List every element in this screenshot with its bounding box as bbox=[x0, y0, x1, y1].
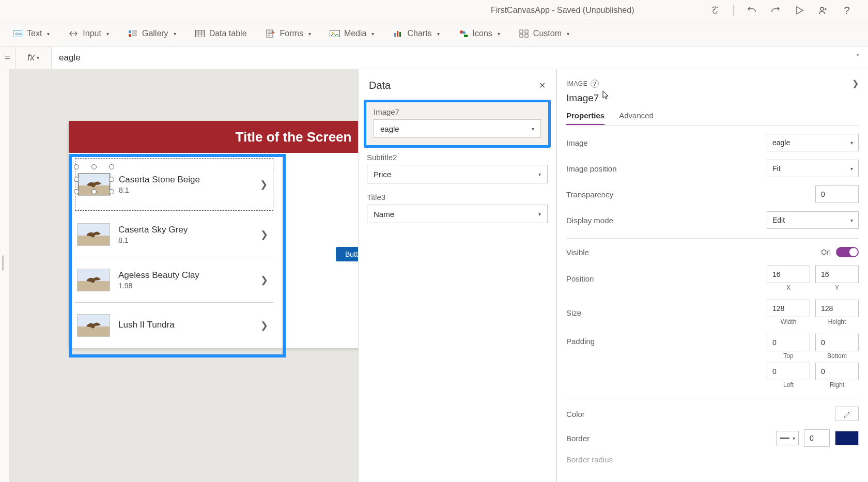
ribbon-icons-label: Icons bbox=[473, 29, 492, 38]
visible-toggle[interactable] bbox=[836, 247, 859, 257]
ribbon-gallery[interactable]: Gallery▾ bbox=[128, 28, 176, 39]
share-icon[interactable] bbox=[817, 5, 829, 16]
svg-rect-9 bbox=[132, 35, 137, 36]
prop-pad-top-input[interactable] bbox=[767, 334, 810, 351]
ribbon-charts[interactable]: Charts▾ bbox=[393, 28, 439, 39]
x-sublabel: X bbox=[786, 284, 791, 291]
svg-rect-5 bbox=[129, 30, 131, 33]
eagle-image bbox=[85, 274, 102, 286]
undo-icon[interactable] bbox=[746, 5, 757, 16]
prop-display-select[interactable]: Edit▾ bbox=[767, 211, 859, 229]
ribbon-forms[interactable]: Forms▾ bbox=[266, 28, 311, 39]
input-icon bbox=[68, 28, 79, 39]
data-field-select[interactable]: Name▾ bbox=[367, 205, 548, 223]
row-thumbnail[interactable] bbox=[77, 269, 110, 291]
fx-dropdown[interactable]: fx▾ bbox=[16, 46, 52, 69]
svg-point-2 bbox=[820, 7, 824, 10]
prop-x-input[interactable] bbox=[767, 266, 810, 283]
chevron-down-icon: ▾ bbox=[850, 166, 853, 172]
forms-icon bbox=[266, 28, 276, 39]
chevron-down-icon: ▾ bbox=[106, 31, 109, 37]
ribbon-gallery-label: Gallery bbox=[142, 29, 168, 38]
ribbon-media[interactable]: Media▾ bbox=[330, 28, 375, 39]
border-width-input[interactable] bbox=[804, 429, 830, 447]
pad-bottom-sublabel: Bottom bbox=[827, 352, 847, 360]
prop-padding-label: Padding bbox=[566, 337, 595, 346]
ribbon-custom-label: Custom bbox=[533, 29, 562, 38]
gallery-row[interactable]: Lush II Tundra❯ bbox=[75, 303, 273, 348]
ribbon-media-label: Media bbox=[344, 29, 367, 38]
border-style-select[interactable]: ▾ bbox=[776, 431, 799, 445]
data-field-value: eagle bbox=[380, 125, 399, 133]
ribbon-input[interactable]: Input▾ bbox=[68, 28, 109, 39]
svg-rect-15 bbox=[397, 31, 398, 37]
svg-rect-14 bbox=[394, 33, 396, 37]
ribbon-text-label: Text bbox=[27, 29, 42, 38]
data-field-label: Subtitle2 bbox=[367, 153, 548, 162]
prop-pad-left-input[interactable] bbox=[767, 363, 810, 380]
data-panel-title: Data bbox=[369, 80, 391, 91]
prop-imgpos-select[interactable]: Fit▾ bbox=[767, 160, 859, 177]
chevron-down-icon: ▾ bbox=[437, 31, 440, 37]
help-circle-icon[interactable]: ? bbox=[591, 80, 599, 88]
chevron-down-icon: ▾ bbox=[850, 217, 853, 223]
help-icon[interactable]: ? bbox=[841, 5, 853, 16]
ribbon-datatable[interactable]: Data table bbox=[195, 28, 247, 39]
gallery-row[interactable]: Ageless Beauty Clay1.98❯ bbox=[75, 257, 273, 303]
redo-icon[interactable] bbox=[770, 5, 781, 16]
prop-transparency-input[interactable] bbox=[815, 185, 859, 203]
ribbon-icons[interactable]: Icons▾ bbox=[458, 28, 500, 39]
gallery[interactable]: Caserta Stone Beige8.1❯Caserta Sky Grey8… bbox=[69, 153, 280, 348]
prop-y-input[interactable] bbox=[815, 266, 859, 283]
formula-expand-icon[interactable]: ˅ bbox=[847, 53, 868, 63]
data-field-select[interactable]: eagle▾ bbox=[374, 119, 541, 138]
prop-width-input[interactable] bbox=[767, 300, 810, 317]
svg-rect-8 bbox=[132, 33, 137, 34]
prop-pad-right-input[interactable] bbox=[815, 363, 859, 380]
row-thumbnail[interactable] bbox=[77, 223, 110, 246]
prop-pad-bottom-input[interactable] bbox=[815, 334, 859, 351]
ribbon-custom[interactable]: Custom▾ bbox=[519, 28, 569, 39]
prop-radius-label: Border radius bbox=[566, 455, 613, 464]
icons-icon bbox=[458, 28, 469, 39]
data-field-select[interactable]: Price▾ bbox=[367, 165, 548, 183]
tab-properties[interactable]: Properties bbox=[566, 111, 605, 125]
svg-rect-10 bbox=[195, 30, 204, 37]
svg-rect-18 bbox=[520, 30, 523, 33]
color-picker[interactable] bbox=[835, 407, 859, 421]
gallery-row[interactable]: Caserta Stone Beige8.1❯ bbox=[75, 158, 273, 211]
prop-position-label: Position bbox=[566, 274, 594, 283]
chevron-right-icon[interactable]: ❯ bbox=[260, 179, 271, 190]
selection-handles[interactable] bbox=[76, 167, 112, 192]
control-type-label: IMAGE bbox=[566, 80, 587, 87]
chevron-right-icon[interactable]: ❯ bbox=[260, 229, 271, 240]
title-bar: FirstCanvasApp - Saved (Unpublished) ? bbox=[0, 0, 868, 21]
play-icon[interactable] bbox=[794, 5, 805, 16]
custom-icon bbox=[519, 28, 529, 39]
prop-image-select[interactable]: eagle▾ bbox=[767, 134, 859, 151]
collapse-panel-icon[interactable]: ❯ bbox=[852, 79, 859, 88]
grip-icon bbox=[2, 255, 4, 271]
row-thumbnail[interactable] bbox=[77, 314, 110, 337]
ribbon-text[interactable]: Abc Text▾ bbox=[12, 28, 50, 39]
data-panel: Data ✕ Image7eagle▾Subtitle2Price▾Title3… bbox=[358, 69, 556, 482]
prop-size-label: Size bbox=[566, 308, 581, 317]
svg-point-0 bbox=[712, 7, 714, 8]
svg-rect-12 bbox=[330, 30, 339, 37]
chevron-right-icon[interactable]: ❯ bbox=[260, 274, 271, 286]
prop-height-input[interactable] bbox=[815, 300, 859, 317]
svg-rect-7 bbox=[132, 30, 137, 32]
formula-input[interactable] bbox=[52, 46, 847, 69]
text-icon: Abc bbox=[12, 28, 23, 39]
tree-rail[interactable] bbox=[0, 69, 9, 482]
close-icon[interactable]: ✕ bbox=[539, 81, 546, 90]
prop-visible-label: Visible bbox=[566, 248, 589, 257]
app-checker-icon[interactable] bbox=[709, 5, 721, 16]
gallery-row[interactable]: Caserta Sky Grey8.1❯ bbox=[75, 212, 273, 257]
prop-visible-value: On bbox=[821, 248, 831, 256]
row-title: Caserta Stone Beige bbox=[119, 175, 260, 185]
chevron-right-icon[interactable]: ❯ bbox=[260, 320, 271, 331]
tab-advanced[interactable]: Advanced bbox=[619, 111, 654, 125]
charts-icon bbox=[393, 28, 403, 39]
border-color-picker[interactable] bbox=[835, 431, 859, 445]
